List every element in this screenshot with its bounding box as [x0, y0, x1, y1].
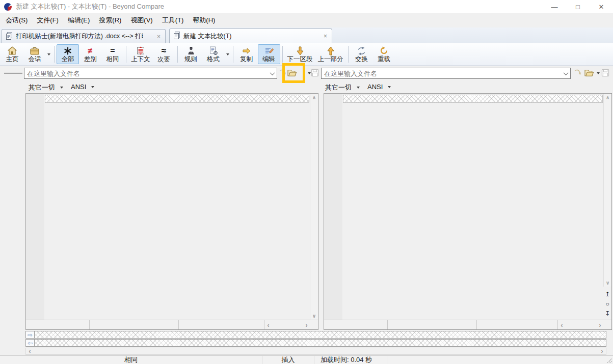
right-horizontal-scrollbar[interactable]: ‹ ›: [558, 321, 604, 329]
menu-help[interactable]: 帮助(H): [188, 14, 220, 27]
left-vertical-scrollbar[interactable]: ∧ ∨: [310, 94, 318, 320]
previous-part-button[interactable]: 上一部分: [315, 44, 346, 64]
button-label: 下一区段: [287, 55, 313, 63]
status-cell: [179, 320, 264, 329]
format-button[interactable]: 格式: [202, 44, 225, 64]
compare-doc-icon: [6, 32, 13, 41]
right-browse-dropdown-icon[interactable]: [597, 72, 600, 74]
scroll-up-icon[interactable]: ∧: [604, 94, 611, 101]
combo-dropdown-icon[interactable]: [561, 72, 570, 75]
status-cell: [26, 320, 90, 329]
not-equal-icon: ≠: [88, 46, 93, 55]
tab-close-icon[interactable]: ×: [155, 33, 162, 40]
left-recent-swap-icon[interactable]: [279, 69, 286, 76]
context-button[interactable]: 上下文: [128, 44, 153, 64]
swap-button[interactable]: 交换: [351, 44, 373, 64]
button-label: 格式: [207, 55, 220, 63]
left-compare-pane[interactable]: ∧ ∨ ‹ ›: [25, 93, 318, 330]
menu-tools[interactable]: 工具(T): [157, 14, 189, 27]
jump-last-diff-icon[interactable]: ↧: [603, 309, 611, 318]
left-save-icon: [311, 69, 319, 77]
scroll-down-icon[interactable]: ∨: [310, 312, 318, 320]
window-title: 新建 文本比较(T) - 文本比较(T) - Beyond Compare: [16, 2, 164, 11]
next-section-button[interactable]: 下一区段: [285, 44, 315, 64]
status-cell: [477, 320, 558, 329]
right-vertical-scrollbar[interactable]: ∧ ∨: [603, 94, 611, 287]
combo-dropdown-icon[interactable]: [268, 72, 277, 75]
copy-button[interactable]: 复制: [235, 44, 258, 64]
show-same-button[interactable]: = 相同: [101, 44, 124, 64]
maximize-button[interactable]: □: [566, 0, 590, 13]
copy-to-left-icon[interactable]: ⇦: [26, 340, 35, 346]
show-differences-button[interactable]: ≠ 差别: [79, 44, 101, 64]
copy-right-arrow-icon: [242, 46, 251, 55]
rules-button[interactable]: 规则: [180, 44, 202, 64]
jump-current-icon[interactable]: ○: [603, 299, 611, 308]
format-filter-row: 其它一切 ANSI 其它一切 ANSI: [0, 81, 613, 93]
button-label: 规则: [184, 55, 197, 63]
toolbar-separator: [177, 46, 178, 63]
encoding-label: ANSI: [367, 83, 383, 91]
file-path-row: [0, 66, 613, 81]
tab-close-icon[interactable]: ×: [322, 33, 329, 40]
minimize-button[interactable]: —: [543, 0, 566, 13]
scroll-right-icon[interactable]: ›: [596, 321, 604, 329]
left-horizontal-scrollbar[interactable]: ‹ ›: [264, 321, 310, 329]
jump-first-diff-icon[interactable]: ↥: [603, 290, 611, 298]
right-file-format-dropdown[interactable]: 其它一切: [323, 82, 363, 93]
left-pane-status-strip: ‹ ›: [26, 320, 318, 329]
left-file-format-dropdown[interactable]: 其它一切: [26, 82, 67, 93]
left-line-detail-row: ⇨: [25, 331, 606, 339]
right-file-path-combobox[interactable]: [321, 68, 571, 79]
menu-file[interactable]: 文件(F): [32, 14, 63, 27]
right-line-detail-row: ⇦: [25, 339, 606, 347]
close-button[interactable]: ✕: [590, 0, 613, 13]
right-browse-folder-button[interactable]: [584, 69, 594, 77]
edit-button[interactable]: 编辑: [258, 44, 280, 64]
format-dropdown-icon[interactable]: [226, 53, 229, 55]
right-recent-swap-icon[interactable]: [574, 69, 581, 76]
pencil-edit-icon: [264, 46, 274, 55]
left-file-path-combobox[interactable]: [24, 68, 277, 79]
scroll-up-icon[interactable]: ∧: [310, 94, 318, 101]
detail-horizontal-scrollbar[interactable]: ‹ ›: [25, 348, 606, 355]
left-encoding-dropdown[interactable]: ANSI: [69, 82, 98, 92]
tab-new-text-compare[interactable]: 新建 文本比较(T) ×: [169, 29, 332, 43]
right-file-path-input[interactable]: [322, 70, 561, 77]
menu-session[interactable]: 会话(S): [1, 14, 32, 27]
menu-search[interactable]: 搜索(R): [94, 14, 126, 27]
minor-button[interactable]: ≈ 次要: [153, 44, 175, 64]
scroll-left-icon[interactable]: ‹: [26, 348, 34, 354]
menu-edit[interactable]: 编辑(E): [63, 14, 94, 27]
reload-icon: [380, 46, 388, 55]
file-format-label: 其它一切: [325, 83, 352, 92]
path-row-grip[interactable]: [4, 72, 22, 75]
scroll-right-icon[interactable]: ›: [598, 348, 606, 354]
copy-to-right-icon[interactable]: ⇨: [26, 331, 35, 338]
scroll-down-icon[interactable]: ∨: [604, 279, 611, 287]
main-toolbar: 主页 会话 全部 ≠ 差别 = 相同 上下文 ≈ 次要 规则: [0, 43, 613, 66]
scroll-right-icon[interactable]: ›: [303, 321, 310, 329]
reload-button[interactable]: 重载: [373, 44, 395, 64]
swap-arrows-icon: [357, 46, 366, 55]
resize-grip-icon[interactable]: [607, 358, 612, 363]
home-button[interactable]: 主页: [1, 44, 23, 64]
equal-icon: =: [110, 46, 115, 55]
scroll-left-icon[interactable]: ‹: [558, 321, 566, 329]
tab-docx-compare[interactable]: 打印机贴士(新增电脑打印方法) .docx <--> 打印... ×: [2, 29, 166, 43]
line-detail-filler: [35, 340, 606, 346]
right-pane-status-strip: ‹ ›: [324, 320, 611, 329]
left-browse-folder-button[interactable]: [287, 69, 297, 77]
toolbar-separator: [54, 46, 55, 63]
left-line-number-gutter: [26, 94, 44, 320]
sessions-button[interactable]: 会话: [23, 44, 46, 64]
scroll-left-icon[interactable]: ‹: [264, 321, 272, 329]
menu-view[interactable]: 视图(V): [126, 14, 157, 27]
button-label: 会话: [29, 55, 41, 63]
right-compare-pane[interactable]: ∧ ∨ ↥ ○ ↧ ‹ ›: [324, 93, 612, 330]
sessions-dropdown-icon[interactable]: [47, 53, 50, 55]
show-all-button[interactable]: 全部: [57, 44, 79, 64]
right-encoding-dropdown[interactable]: ANSI: [365, 82, 394, 92]
status-cell: [90, 320, 179, 329]
left-file-path-input[interactable]: [24, 70, 268, 77]
